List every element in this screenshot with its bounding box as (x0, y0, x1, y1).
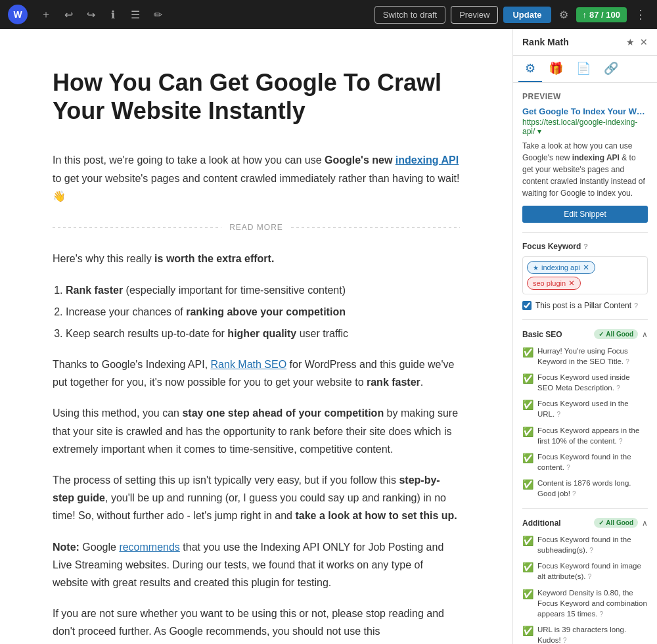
add-check-2: ✅ (522, 561, 533, 574)
keyword-primary-text: indexing api (541, 264, 580, 271)
check-icon-3: ✅ (522, 399, 533, 412)
add-help-4[interactable]: ? (563, 637, 567, 644)
undo-button[interactable]: ↩ (59, 5, 78, 24)
seo-item-2: ✅ Focus Keyword used inside SEO Meta Des… (522, 372, 648, 393)
seo-item-3: ✅ Focus Keyword used in the URL. ? (522, 398, 648, 419)
tab-social[interactable]: 🎁 (542, 56, 570, 82)
keyword-secondary-text: seo plugin (533, 279, 566, 287)
main-layout: How You Can Get Google To Crawl Your Web… (0, 29, 657, 644)
editor-content: In this post, we're going to take a look… (53, 151, 460, 640)
additional-chevron[interactable]: ∧ (642, 518, 648, 528)
pillar-checkbox[interactable] (522, 301, 532, 310)
keyword-tags-container[interactable]: ★ indexing api ✕ seo plugin ✕ (522, 256, 648, 294)
seo-item-3-text: Focus Keyword used in the URL. ? (537, 398, 648, 419)
tab-general[interactable]: ⚙ (518, 56, 542, 82)
remove-secondary-keyword-icon[interactable]: ✕ (568, 279, 575, 288)
additional-item-3-text: Keyword Density is 0.80, the Focus Keywo… (537, 587, 648, 619)
read-more-label: READ MORE (229, 221, 283, 234)
settings-icon[interactable]: ⚙ (556, 6, 571, 24)
switch-draft-button[interactable]: Switch to draft (374, 6, 445, 24)
check-icon-2: ✅ (522, 373, 533, 386)
check-icon-1: ✅ (522, 346, 533, 359)
check-icon-4: ✅ (522, 426, 533, 439)
paragraph-3: Thanks to Google's Indexing API, Rank Ma… (53, 356, 460, 391)
update-button[interactable]: Update (503, 7, 551, 23)
add-help-3[interactable]: ? (600, 610, 604, 618)
basic-seo-chevron[interactable]: ∧ (642, 330, 648, 339)
rank-math-link[interactable]: Rank Math SEO (211, 359, 287, 370)
additional-item-1: ✅ Focus Keyword found in the subheading(… (522, 534, 648, 555)
help-icon-5[interactable]: ? (566, 464, 570, 471)
divider-1 (522, 232, 648, 233)
rank-math-body: Preview Get Google To Index Your Website… (513, 83, 657, 644)
tab-redirects[interactable]: 🔗 (597, 56, 625, 82)
post-title[interactable]: How You Can Get Google To Crawl Your Web… (53, 68, 460, 125)
rank-math-tabs: ⚙ 🎁 📄 🔗 (513, 56, 657, 83)
seo-item-1-text: Hurray! You're using Focus Keyword in th… (537, 346, 648, 367)
basic-seo-header: Basic SEO All Good ∧ (522, 329, 648, 339)
paragraph-7: If you are not sure whether you want to … (53, 605, 460, 640)
pillar-help-icon[interactable]: ? (634, 302, 638, 310)
preview-section-label: Preview (522, 92, 648, 101)
divider-2 (522, 319, 648, 320)
help-icon-6[interactable]: ? (572, 490, 576, 497)
preview-button[interactable]: Preview (451, 6, 498, 24)
editor-area[interactable]: How You Can Get Google To Crawl Your Web… (0, 29, 512, 644)
seo-item-5: ✅ Focus Keyword found in the content. ? (522, 451, 648, 472)
additional-item-2-text: Focus Keyword found in image alt attribu… (537, 561, 648, 582)
add-help-2[interactable]: ? (588, 573, 592, 580)
seo-item-1: ✅ Hurray! You're using Focus Keyword in … (522, 346, 648, 367)
paragraph-4: Using this method, you can stay one step… (53, 404, 460, 458)
add-help-1[interactable]: ? (589, 547, 593, 554)
more-options-icon[interactable]: ⋮ (632, 5, 649, 24)
rank-math-close-button[interactable]: ✕ (640, 37, 648, 47)
keyword-tag-secondary[interactable]: seo plugin ✕ (527, 277, 581, 290)
remove-primary-keyword-icon[interactable]: ✕ (583, 263, 589, 272)
preview-title[interactable]: Get Google To Index Your Website … (522, 106, 648, 116)
paragraph-5: The process of setting this up isn't typ… (53, 471, 460, 525)
focus-keyword-help-icon[interactable]: ? (583, 242, 588, 250)
help-icon-1[interactable]: ? (625, 358, 629, 365)
wordpress-logo[interactable]: W (8, 5, 28, 24)
preview-url-text: https://test.local/google-indexing-api/ … (522, 118, 648, 136)
paragraph-1: In this post, we're going to take a look… (53, 151, 460, 205)
toolbar-icons: ＋ ↩ ↪ ℹ ☰ ✏ (37, 5, 167, 24)
focus-keyword-text: Focus Keyword (522, 242, 581, 251)
additional-item-3: ✅ Keyword Density is 0.80, the Focus Key… (522, 587, 648, 619)
indexing-api-link[interactable]: indexing API (396, 154, 459, 166)
help-icon-3[interactable]: ? (556, 411, 560, 418)
seo-item-5-text: Focus Keyword found in the content. ? (537, 451, 648, 472)
add-check-1: ✅ (522, 535, 533, 548)
redo-button[interactable]: ↪ (81, 5, 100, 24)
list-item-1: Rank faster (especially important for ti… (66, 281, 460, 299)
list-view-button[interactable]: ☰ (126, 5, 145, 24)
rank-math-title: Rank Math (522, 37, 569, 47)
toolbar: W ＋ ↩ ↪ ℹ ☰ ✏ Switch to draft Preview Up… (0, 0, 657, 29)
seo-item-6-text: Content is 1876 words long. Good job! ? (537, 478, 648, 499)
pillar-label: This post is a Pillar Content ? (535, 301, 638, 310)
edit-snippet-button[interactable]: Edit Snippet (522, 206, 648, 223)
seo-item-4-text: Focus Keyword appears in the first 10% o… (537, 425, 648, 446)
recommends-link[interactable]: recommends (119, 541, 179, 553)
score-arrow-icon: ↑ (583, 10, 587, 20)
basic-seo-badge: All Good (594, 329, 638, 339)
info-button[interactable]: ℹ (104, 5, 122, 24)
help-icon-4[interactable]: ? (619, 438, 623, 445)
help-icon-2[interactable]: ? (616, 384, 620, 392)
rank-math-header: Rank Math ★ ✕ (513, 29, 657, 56)
add-block-button[interactable]: ＋ (37, 5, 55, 24)
additional-item-4-text: URL is 39 characters long. Kudos! ? (537, 624, 648, 644)
list-item-2: Increase your chances of ranking above y… (66, 303, 460, 321)
paragraph-2: Here's why this really is worth the extr… (53, 250, 460, 267)
keyword-tag-primary[interactable]: ★ indexing api ✕ (527, 261, 595, 274)
additional-badge: All Good (594, 518, 638, 528)
tab-schema[interactable]: 📄 (570, 56, 597, 82)
divider-3 (522, 508, 648, 509)
rank-math-star-button[interactable]: ★ (626, 37, 635, 47)
additional-section: ✅ Focus Keyword found in the subheading(… (522, 534, 648, 644)
rank-math-header-icons: ★ ✕ (626, 37, 648, 47)
tools-button[interactable]: ✏ (148, 5, 167, 24)
additional-seo-title: Additional (522, 518, 561, 528)
seo-item-6: ✅ Content is 1876 words long. Good job! … (522, 478, 648, 499)
check-icon-5: ✅ (522, 452, 533, 465)
